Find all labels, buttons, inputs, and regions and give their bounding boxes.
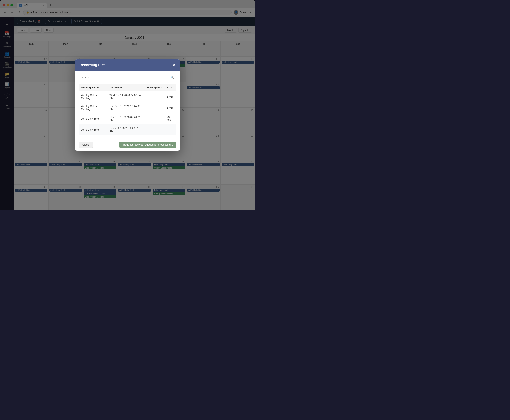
row-datetime: Fri Jan 22 2021 11:23:59 AM [107, 124, 145, 135]
table-row[interactable]: Weekly Sales Meeting Wed Oct 14 2020 04:… [78, 91, 177, 102]
search-container: 🔍 [78, 74, 177, 81]
table-row[interactable]: Jeff's Daily Brief Fri Jan 22 2021 11:23… [78, 124, 177, 135]
modal-title: Recording List [79, 63, 105, 67]
col-size: Size [165, 84, 177, 91]
recording-list-modal: Recording List ✕ 🔍 Meeting Name Date/Tim… [75, 60, 180, 150]
search-icon[interactable]: 🔍 [171, 76, 174, 79]
row-meeting-name: Weekly Sales Meeting [78, 102, 107, 113]
processing-button[interactable]: Request received, queued for processing.… [120, 142, 177, 148]
row-participants [145, 102, 164, 113]
row-meeting-name: Jeff's Daily Brief [78, 124, 107, 135]
table-row[interactable]: Weekly Sales Meeting Tue Dec 01 2020 12:… [78, 102, 177, 113]
row-datetime: Thu Dec 31 2020 02:46:31 PM [107, 113, 145, 124]
modal-body: 🔍 Meeting Name Date/Time Participants Si… [75, 71, 180, 139]
modal-header: Recording List ✕ [75, 60, 180, 71]
row-datetime: Tue Dec 01 2020 12:44:00 PM [107, 102, 145, 113]
modal-close-button[interactable]: ✕ [172, 63, 176, 67]
col-meeting-name: Meeting Name [78, 84, 107, 91]
search-input[interactable] [81, 76, 171, 79]
row-participants [145, 124, 164, 135]
modal-footer: Close Request received, queued for proce… [75, 139, 180, 150]
row-size: 1 MB [165, 102, 177, 113]
row-participants [145, 113, 164, 124]
row-datetime: Wed Oct 14 2020 04:09:04 PM [107, 91, 145, 102]
row-size: - [165, 124, 177, 135]
recordings-table: Meeting Name Date/Time Participants Size… [78, 84, 177, 135]
modal-overlay: Recording List ✕ 🔍 Meeting Name Date/Tim… [0, 0, 255, 210]
row-size: 23 MB [165, 113, 177, 124]
row-participants [145, 91, 164, 102]
close-modal-button[interactable]: Close [78, 142, 93, 148]
col-datetime: Date/Time [107, 84, 145, 91]
row-meeting-name: Jeff's Daily Brief [78, 113, 107, 124]
row-size: 1 MB [165, 91, 177, 102]
table-row[interactable]: Jeff's Daily Brief Thu Dec 31 2020 02:46… [78, 113, 177, 124]
col-participants: Participants [145, 84, 164, 91]
row-meeting-name: Weekly Sales Meeting [78, 91, 107, 102]
